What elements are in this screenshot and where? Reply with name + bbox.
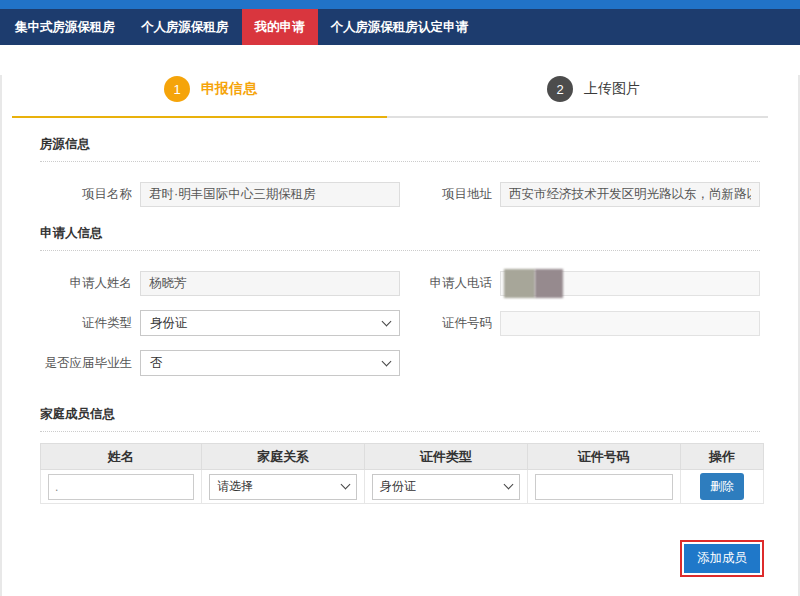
fresh-graduate-selected-value: 否: [150, 355, 163, 372]
applicant-name-field[interactable]: [140, 271, 400, 296]
nav-item-my-applications[interactable]: 我的申请: [242, 9, 318, 45]
header-id-number: 证件号码: [527, 444, 680, 470]
step-1-circle: 1: [164, 76, 190, 102]
member-relation-select[interactable]: 请选择: [209, 474, 357, 500]
applicant-name-label: 申请人姓名: [40, 275, 132, 292]
fresh-graduate-label: 是否应届毕业生: [40, 355, 132, 372]
project-name-label: 项目名称: [40, 186, 132, 203]
nav-item-personal-housing-certification[interactable]: 个人房源保租房认定申请: [318, 9, 482, 45]
red-annotation-box: 添加成员: [680, 540, 764, 577]
content-area: 1 申报信息 2 上传图片 房源信息 项目名称 项目地址: [0, 75, 800, 596]
table-header-row: 姓名 家庭关系 证件类型 证件号码 操作: [41, 444, 764, 470]
id-number-label: 证件号码: [400, 315, 492, 332]
section-divider: [40, 431, 760, 432]
project-address-field[interactable]: [500, 182, 760, 207]
step-1-label: 申报信息: [201, 80, 257, 98]
wizard-stepper: 1 申报信息 2 上传图片: [2, 75, 798, 103]
section-divider: [40, 161, 760, 162]
chevron-down-icon: [382, 316, 392, 326]
section-divider: [40, 250, 760, 251]
member-id-type-select[interactable]: 身份证: [372, 474, 520, 500]
step-2-circle: 2: [547, 76, 573, 102]
delete-member-button[interactable]: 删除: [700, 473, 744, 500]
step-declare-info[interactable]: 1 申报信息: [164, 76, 257, 102]
progress-rest-segment: [387, 116, 768, 118]
id-type-selected-value: 身份证: [150, 315, 188, 332]
header-actions: 操作: [680, 444, 763, 470]
header-name: 姓名: [41, 444, 202, 470]
redaction-blur-block: [504, 269, 535, 298]
project-name-field[interactable]: [140, 182, 400, 207]
step-upload-images[interactable]: 2 上传图片: [547, 76, 640, 102]
applicant-phone-label: 申请人电话: [400, 275, 492, 292]
member-id-number-input[interactable]: [535, 474, 673, 500]
id-type-label: 证件类型: [40, 315, 132, 332]
application-page: 集中式房源保租房 个人房源保租房 我的申请 个人房源保租房认定申请 1 申报信息…: [0, 0, 800, 596]
id-number-field[interactable]: [500, 311, 760, 336]
step-2-label: 上传图片: [584, 80, 640, 98]
nav-item-centralized-housing[interactable]: 集中式房源保租房: [2, 9, 128, 45]
member-name-input[interactable]: [48, 474, 194, 500]
section-title-housing-info: 房源信息: [40, 136, 760, 153]
id-type-select[interactable]: 身份证: [140, 310, 400, 336]
progress-done-segment: [12, 116, 387, 118]
project-address-label: 项目地址: [400, 186, 492, 203]
table-row: 请选择 身份证 删除: [41, 470, 764, 504]
chevron-down-icon: [340, 480, 350, 490]
top-strip: [0, 0, 800, 9]
header-relation: 家庭关系: [202, 444, 365, 470]
section-title-applicant-info: 申请人信息: [40, 225, 760, 242]
nav-item-personal-housing[interactable]: 个人房源保租房: [128, 9, 242, 45]
header-id-type: 证件类型: [364, 444, 527, 470]
section-title-family-members: 家庭成员信息: [40, 406, 760, 423]
redaction-blur-block: [535, 269, 563, 298]
member-id-type-selected-value: 身份证: [380, 478, 416, 495]
stepper-progress-line: [12, 116, 768, 118]
main-navbar: 集中式房源保租房 个人房源保租房 我的申请 个人房源保租房认定申请: [0, 9, 800, 45]
add-member-button[interactable]: 添加成员: [684, 544, 760, 573]
chevron-down-icon: [382, 356, 392, 366]
chevron-down-icon: [503, 480, 513, 490]
member-relation-selected-value: 请选择: [217, 478, 253, 495]
fresh-graduate-select[interactable]: 否: [140, 350, 400, 376]
family-members-table: 姓名 家庭关系 证件类型 证件号码 操作 请选择: [40, 443, 764, 504]
